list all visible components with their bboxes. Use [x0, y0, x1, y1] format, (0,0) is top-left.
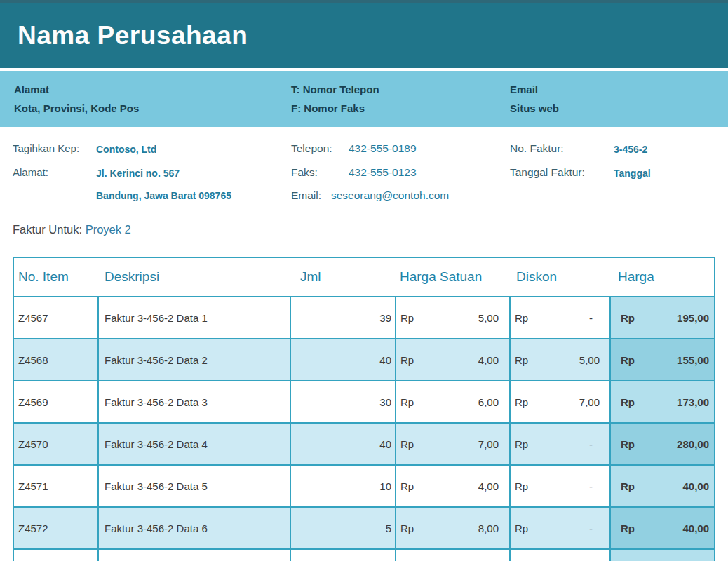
cell-description: Faktur 3-456-2 Data 7 — [97, 550, 290, 561]
cell-description: Faktur 3-456-2 Data 3 — [97, 381, 290, 422]
phone-label: Telepon: — [291, 142, 332, 155]
invoice-items-table: No. Item Deskripsi Jml Harga Satuan Disk… — [13, 257, 715, 561]
bill-address-line2: Bandung, Jawa Barat 098765 — [96, 190, 231, 201]
currency-symbol: Rp — [621, 522, 635, 534]
cell-unit-price: Rp5,00 — [395, 297, 509, 338]
cell-quantity: 30 — [290, 381, 395, 422]
table-body: Z4567Faktur 3-456-2 Data 139Rp5,00Rp-Rp1… — [14, 296, 714, 561]
header-total: Harga — [609, 258, 714, 296]
cell-description: Faktur 3-456-2 Data 4 — [97, 424, 290, 464]
cell-discount-value: 7,00 — [579, 396, 600, 408]
company-header: Nama Perusahaan — [0, 3, 728, 68]
cell-unit-price-value: 4,00 — [478, 354, 499, 366]
header-quantity: Jml — [290, 258, 395, 296]
cell-discount: Rp- — [509, 550, 609, 561]
band-phone-block: T: Nomor Telepon F: Nomor Faks — [291, 80, 379, 118]
cell-discount: Rp- — [509, 424, 609, 464]
header-unit-price: Harga Satuan — [395, 258, 509, 296]
table-row: Z4573Faktur 3-456-2 Data 770Rp6,00Rp-Rp4… — [14, 548, 714, 561]
cell-total-value: 280,00 — [677, 438, 709, 450]
bill-address-line1: Jl. Kerinci no. 567 — [96, 168, 180, 179]
currency-symbol: Rp — [621, 354, 635, 366]
currency-symbol: Rp — [621, 480, 635, 492]
cell-total-value: 173,00 — [677, 396, 709, 408]
cell-total: Rp155,00 — [609, 339, 714, 380]
currency-symbol: Rp — [400, 312, 414, 324]
cell-item-number: Z4570 — [14, 424, 97, 464]
currency-symbol: Rp — [515, 312, 528, 324]
cell-unit-price: Rp4,00 — [395, 466, 509, 506]
currency-symbol: Rp — [400, 396, 414, 408]
band-website-line: Situs web — [510, 99, 559, 118]
cell-total: Rp173,00 — [609, 381, 714, 422]
currency-symbol: Rp — [515, 480, 528, 492]
phone-value: 432-555-0189 — [349, 142, 417, 155]
cell-quantity: 40 — [290, 424, 395, 464]
table-header-row: No. Item Deskripsi Jml Harga Satuan Disk… — [14, 258, 714, 296]
invoice-number-value: 3-456-2 — [614, 144, 647, 155]
currency-symbol: Rp — [400, 522, 414, 534]
cell-total: Rp195,00 — [609, 297, 714, 338]
table-row: Z4567Faktur 3-456-2 Data 139Rp5,00Rp-Rp1… — [14, 296, 714, 338]
currency-symbol: Rp — [515, 354, 528, 366]
cell-unit-price-value: 7,00 — [478, 438, 499, 450]
cell-unit-price: Rp6,00 — [395, 550, 509, 561]
cell-unit-price-value: 6,00 — [478, 396, 499, 408]
table-row: Z4570Faktur 3-456-2 Data 440Rp7,00Rp-Rp2… — [14, 422, 714, 464]
table-row: Z4568Faktur 3-456-2 Data 240Rp4,00Rp5,00… — [14, 338, 714, 380]
cell-discount-value: - — [589, 438, 593, 450]
cell-description: Faktur 3-456-2 Data 1 — [97, 297, 290, 338]
cell-unit-price: Rp7,00 — [395, 424, 509, 464]
company-info-band: Alamat Kota, Provinsi, Kode Pos T: Nomor… — [0, 71, 728, 127]
cell-quantity: 5 — [290, 508, 395, 548]
bill-to-label: Tagihkan Kep: — [13, 142, 79, 154]
currency-symbol: Rp — [400, 354, 414, 366]
header-discount: Diskon — [509, 258, 609, 296]
cell-discount: Rp- — [509, 297, 609, 338]
cell-item-number: Z4568 — [14, 339, 97, 380]
cell-unit-price: Rp6,00 — [395, 381, 509, 422]
currency-symbol: Rp — [400, 480, 414, 492]
cell-quantity: 10 — [290, 466, 395, 506]
header-description: Deskripsi — [97, 258, 290, 296]
cell-total: Rp40,00 — [609, 508, 714, 548]
currency-symbol: Rp — [400, 438, 414, 450]
cell-total-value: 40,00 — [682, 480, 709, 492]
cell-discount: Rp5,00 — [509, 339, 609, 380]
cell-description: Faktur 3-456-2 Data 2 — [97, 339, 290, 380]
header-item-number: No. Item — [14, 258, 97, 296]
invoice-date-value: Tanggal — [614, 168, 651, 179]
cell-item-number: Z4571 — [14, 466, 97, 506]
currency-symbol: Rp — [621, 312, 635, 324]
email-value: seseorang@contoh.com — [331, 189, 449, 202]
cell-total-value: 195,00 — [677, 312, 709, 324]
cell-description: Faktur 3-456-2 Data 5 — [97, 466, 290, 506]
cell-description: Faktur 3-456-2 Data 6 — [97, 508, 290, 548]
invoice-number-label: No. Faktur: — [510, 142, 564, 155]
company-name: Nama Perusahaan — [18, 21, 248, 50]
table-row: Z4569Faktur 3-456-2 Data 330Rp6,00Rp7,00… — [14, 380, 714, 422]
table-row: Z4572Faktur 3-456-2 Data 65Rp8,00Rp-Rp40… — [14, 506, 714, 548]
table-row: Z4571Faktur 3-456-2 Data 510Rp4,00Rp-Rp4… — [14, 464, 714, 506]
cell-total: Rp280,00 — [609, 424, 714, 464]
cell-unit-price-value: 8,00 — [478, 522, 499, 534]
cell-discount-value: - — [589, 312, 593, 324]
fax-label: Faks: — [291, 166, 318, 179]
invoice-for-label: Faktur Untuk: — [13, 223, 82, 236]
invoice-page: Nama Perusahaan Alamat Kota, Provinsi, K… — [0, 0, 728, 561]
cell-unit-price: Rp4,00 — [395, 339, 509, 380]
cell-item-number: Z4569 — [14, 381, 97, 422]
band-address-block: Alamat Kota, Provinsi, Kode Pos — [14, 80, 139, 118]
currency-symbol: Rp — [621, 396, 635, 408]
currency-symbol: Rp — [515, 438, 528, 450]
band-email-line: Email — [510, 80, 559, 99]
cell-quantity: 40 — [290, 339, 395, 380]
cell-total-value: 155,00 — [677, 354, 709, 366]
cell-discount: Rp- — [509, 466, 609, 506]
band-address-line1: Alamat — [14, 80, 139, 99]
band-fax-line: F: Nomor Faks — [291, 99, 379, 118]
band-phone-line: T: Nomor Telepon — [291, 80, 379, 99]
cell-quantity: 70 — [290, 550, 395, 561]
cell-total: Rp40,00 — [609, 466, 714, 506]
band-web-block: Email Situs web — [510, 80, 559, 118]
